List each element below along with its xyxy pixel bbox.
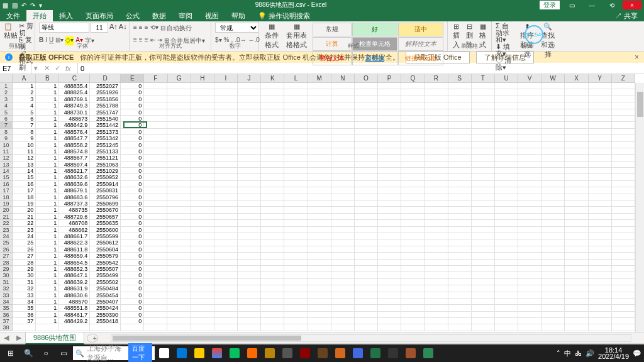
row-header[interactable]: 27: [0, 253, 13, 259]
taskview-icon[interactable]: ▭: [55, 346, 72, 361]
cell[interactable]: [378, 187, 401, 194]
cell[interactable]: [565, 155, 588, 161]
cell[interactable]: [261, 109, 284, 116]
cell[interactable]: [472, 96, 495, 102]
cell[interactable]: [612, 181, 635, 187]
cell[interactable]: [472, 181, 495, 187]
row-header[interactable]: 1: [0, 83, 13, 89]
cell[interactable]: [472, 83, 495, 89]
cell[interactable]: [167, 214, 191, 220]
sheet-tab[interactable]: 9886供地范围: [25, 332, 84, 344]
row-header[interactable]: 23: [0, 227, 13, 233]
cell[interactable]: 1: [36, 122, 59, 128]
cell[interactable]: [308, 239, 331, 246]
cell[interactable]: [308, 214, 331, 220]
cell[interactable]: [284, 194, 308, 200]
cell[interactable]: [214, 305, 238, 311]
cell[interactable]: [308, 109, 331, 116]
cell[interactable]: [355, 312, 378, 318]
col-header-X[interactable]: X: [565, 74, 588, 83]
cell[interactable]: [589, 155, 612, 161]
cell[interactable]: [565, 324, 588, 331]
cell[interactable]: [495, 227, 518, 233]
cell[interactable]: [355, 129, 378, 135]
cell[interactable]: [214, 194, 238, 200]
cell[interactable]: [261, 129, 284, 135]
cell[interactable]: [472, 227, 495, 233]
row-header[interactable]: 10: [0, 142, 13, 148]
app-11[interactable]: [350, 346, 366, 361]
cell[interactable]: [495, 239, 518, 246]
cell[interactable]: 2550796: [90, 194, 121, 200]
cell[interactable]: [308, 96, 331, 102]
col-header-B[interactable]: B: [36, 74, 59, 83]
cell[interactable]: 0: [121, 220, 144, 226]
cell[interactable]: [612, 246, 635, 253]
cell[interactable]: [401, 109, 425, 116]
cell[interactable]: [167, 200, 191, 207]
cell[interactable]: [167, 207, 191, 213]
cell[interactable]: [589, 148, 612, 155]
col-header-Q[interactable]: Q: [401, 74, 425, 83]
cell[interactable]: [144, 279, 167, 285]
cell[interactable]: [144, 227, 167, 233]
cell[interactable]: [425, 168, 448, 174]
cell[interactable]: 488825.4: [59, 89, 90, 96]
cell[interactable]: [355, 89, 378, 96]
cell[interactable]: [284, 299, 308, 305]
col-header-M[interactable]: M: [308, 74, 331, 83]
cell[interactable]: [284, 246, 308, 253]
cell[interactable]: [261, 135, 284, 141]
cell[interactable]: 2552027: [90, 83, 121, 89]
cell[interactable]: [472, 200, 495, 207]
cell[interactable]: [144, 233, 167, 239]
cell[interactable]: [355, 142, 378, 148]
cell[interactable]: [284, 272, 308, 278]
cell[interactable]: [355, 220, 378, 226]
cell[interactable]: 488611.8: [59, 246, 90, 253]
cell[interactable]: [401, 162, 425, 168]
cell[interactable]: 21: [13, 214, 36, 220]
cell[interactable]: [495, 162, 518, 168]
cell[interactable]: [448, 155, 472, 161]
cell[interactable]: [472, 194, 495, 200]
cell[interactable]: [284, 148, 308, 155]
cell[interactable]: 2550612: [90, 239, 121, 246]
cell[interactable]: [401, 200, 425, 207]
cell[interactable]: [472, 260, 495, 266]
cell[interactable]: [144, 285, 167, 292]
cell[interactable]: [565, 299, 588, 305]
cell[interactable]: [167, 162, 191, 168]
cell[interactable]: [565, 220, 588, 226]
cell[interactable]: 2550579: [90, 253, 121, 259]
cell[interactable]: [308, 168, 331, 174]
cell[interactable]: [495, 207, 518, 213]
cell[interactable]: [90, 324, 121, 331]
cell[interactable]: [565, 96, 588, 102]
cell[interactable]: [472, 135, 495, 141]
cell[interactable]: [565, 187, 588, 194]
cell[interactable]: [495, 246, 518, 253]
cell[interactable]: [448, 253, 472, 259]
enter-icon[interactable]: ✓: [55, 64, 60, 72]
cell[interactable]: [495, 194, 518, 200]
cell[interactable]: [472, 305, 495, 311]
cell[interactable]: [425, 148, 448, 155]
cell[interactable]: 0: [121, 227, 144, 233]
cell[interactable]: [589, 174, 612, 180]
cell[interactable]: [612, 324, 635, 331]
cell[interactable]: [518, 148, 541, 155]
cell[interactable]: [612, 194, 635, 200]
tab-help[interactable]: 帮助: [225, 10, 252, 21]
col-header-N[interactable]: N: [331, 74, 355, 83]
cell[interactable]: [144, 246, 167, 253]
cell[interactable]: [238, 253, 261, 259]
cell[interactable]: 488642.9: [59, 122, 90, 128]
cell[interactable]: [518, 102, 541, 109]
cell[interactable]: [331, 116, 355, 122]
cell[interactable]: [589, 292, 612, 299]
cell[interactable]: [401, 318, 425, 324]
cell[interactable]: [612, 279, 635, 285]
cell[interactable]: 2551029: [90, 168, 121, 174]
cell[interactable]: 1: [36, 318, 59, 324]
